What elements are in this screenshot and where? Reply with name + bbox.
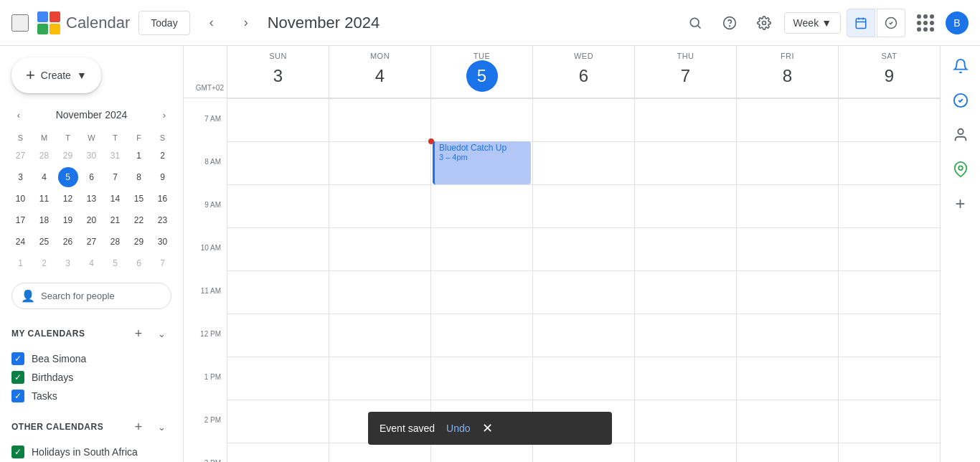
day-column[interactable] xyxy=(838,98,940,462)
create-button[interactable]: + Create ▼ xyxy=(11,57,101,93)
calendar-item-holidays[interactable]: ✓ Holidays in South Africa xyxy=(11,443,171,461)
day-column[interactable] xyxy=(227,98,329,462)
maps-button[interactable] xyxy=(946,155,975,184)
mini-calendar-day[interactable]: 17 xyxy=(11,210,31,230)
prev-button[interactable]: ‹ xyxy=(199,10,225,36)
plus-icon: + xyxy=(26,66,35,85)
mini-calendar-day[interactable]: 25 xyxy=(34,232,55,252)
day-number[interactable]: 5 xyxy=(466,60,498,92)
mini-calendar-day[interactable]: 5 xyxy=(105,253,126,273)
user-avatar[interactable]: B xyxy=(946,11,969,34)
contacts-button[interactable] xyxy=(946,121,975,149)
hour-line xyxy=(227,314,329,314)
mini-calendar-day[interactable]: 16 xyxy=(153,189,173,209)
add-sidebar-button[interactable]: + xyxy=(946,189,975,218)
day-column[interactable] xyxy=(329,98,430,462)
today-button[interactable]: Today xyxy=(138,11,189,35)
day-number[interactable]: 6 xyxy=(568,60,600,92)
add-other-calendar-button[interactable]: + xyxy=(128,417,149,437)
mini-calendar-day[interactable]: 27 xyxy=(11,146,31,166)
tasks-sidebar-button[interactable] xyxy=(946,86,975,115)
collapse-my-calendars-button[interactable]: ⌄ xyxy=(151,324,171,344)
help-button[interactable] xyxy=(715,9,744,37)
mini-calendar-day[interactable]: 3 xyxy=(58,253,78,273)
next-button[interactable]: › xyxy=(233,10,259,36)
mini-calendar-day[interactable]: 24 xyxy=(11,232,31,252)
mini-calendar-day[interactable]: 28 xyxy=(34,146,55,166)
mini-calendar-day[interactable]: 6 xyxy=(82,167,102,187)
snackbar-undo-button[interactable]: Undo xyxy=(446,423,470,434)
mini-calendar-day[interactable]: 27 xyxy=(82,232,102,252)
settings-button[interactable] xyxy=(750,9,778,37)
snackbar-close-button[interactable]: ✕ xyxy=(482,420,493,436)
day-column[interactable] xyxy=(736,98,838,462)
mini-next-button[interactable]: › xyxy=(154,105,174,125)
reminders-button[interactable] xyxy=(946,52,975,80)
menu-button[interactable] xyxy=(11,14,29,32)
mini-calendar-day[interactable]: 19 xyxy=(58,210,78,230)
mini-calendar-day[interactable]: 31 xyxy=(105,146,126,166)
my-calendars-header[interactable]: My calendars + ⌄ xyxy=(11,318,171,349)
calendar-item-tasks[interactable]: ✓ Tasks xyxy=(11,387,171,405)
mini-calendar-day[interactable]: 15 xyxy=(129,189,149,209)
view-selector[interactable]: Week ▼ xyxy=(784,12,841,34)
mini-calendar-day[interactable]: 3 xyxy=(11,167,31,187)
mini-calendar-day[interactable]: 1 xyxy=(129,146,149,166)
mini-calendar-day[interactable]: 12 xyxy=(58,189,78,209)
mini-calendar-day[interactable]: 20 xyxy=(82,210,102,230)
mini-calendar-day[interactable]: 30 xyxy=(153,232,173,252)
mini-calendar-day[interactable]: 28 xyxy=(105,232,126,252)
mini-calendar-day[interactable]: 7 xyxy=(105,167,126,187)
hour-line xyxy=(329,98,430,99)
hour-line xyxy=(737,357,838,357)
calendar-event[interactable]: Bluedot Catch Up3 – 4pm xyxy=(433,141,531,184)
tasks-view-button[interactable] xyxy=(877,9,905,37)
mini-calendar-day[interactable]: 29 xyxy=(58,146,78,166)
mini-calendar-day[interactable]: 7 xyxy=(153,253,173,273)
apps-button[interactable] xyxy=(911,9,940,37)
mini-calendar-day[interactable]: 6 xyxy=(129,253,149,273)
mini-calendar-day[interactable]: 22 xyxy=(129,210,149,230)
mini-calendar-day[interactable]: 4 xyxy=(34,167,55,187)
day-number[interactable]: 4 xyxy=(364,60,396,92)
day-column[interactable]: Bluedot Catch Up3 – 4pm xyxy=(430,98,532,462)
mini-calendar-day[interactable]: 10 xyxy=(11,189,31,209)
mini-calendar-day[interactable]: 4 xyxy=(82,253,102,273)
add-calendar-button[interactable]: + xyxy=(128,324,149,344)
mini-calendar-day[interactable]: 11 xyxy=(34,189,55,209)
search-button[interactable] xyxy=(681,9,710,37)
mini-calendar-day[interactable]: 23 xyxy=(153,210,173,230)
collapse-other-calendars-button[interactable]: ⌄ xyxy=(151,417,171,437)
mini-calendar-day[interactable]: 18 xyxy=(34,210,55,230)
mini-calendar-day[interactable]: 21 xyxy=(105,210,126,230)
hour-line xyxy=(227,141,329,142)
hour-line xyxy=(635,400,736,400)
day-number[interactable]: 7 xyxy=(670,60,702,92)
mini-day-header: T xyxy=(103,131,127,145)
day-number[interactable]: 8 xyxy=(772,60,804,92)
svg-rect-1 xyxy=(37,11,48,22)
day-number[interactable]: 9 xyxy=(874,60,905,92)
calendar-view-button[interactable] xyxy=(847,9,875,37)
mini-calendar-day[interactable]: 8 xyxy=(129,167,149,187)
mini-calendar-day[interactable]: 1 xyxy=(11,253,31,273)
calendar-item-bea[interactable]: ✓ Bea Simona xyxy=(11,349,171,368)
search-people[interactable]: 👤 Search for people xyxy=(11,283,171,309)
mini-calendar-day[interactable]: 9 xyxy=(153,167,173,187)
day-column[interactable] xyxy=(634,98,736,462)
mini-calendar-day[interactable]: 5 xyxy=(58,167,78,187)
day-column[interactable] xyxy=(532,98,634,462)
mini-calendar-day[interactable]: 30 xyxy=(82,146,102,166)
calendar-item-birthdays[interactable]: ✓ Birthdays xyxy=(11,368,171,387)
hour-line xyxy=(839,443,940,443)
mini-calendar-day[interactable]: 26 xyxy=(58,232,78,252)
mini-prev-button[interactable]: ‹ xyxy=(9,105,29,125)
mini-calendar-day[interactable]: 2 xyxy=(153,146,173,166)
other-calendars-header[interactable]: Other calendars + ⌄ xyxy=(11,411,171,443)
mini-calendar-day[interactable]: 29 xyxy=(129,232,149,252)
mini-calendar-day[interactable]: 14 xyxy=(105,189,126,209)
mini-calendar-day[interactable]: 2 xyxy=(34,253,55,273)
other-calendars-icons: + ⌄ xyxy=(128,417,171,437)
day-number[interactable]: 3 xyxy=(263,60,294,92)
mini-calendar-day[interactable]: 13 xyxy=(82,189,102,209)
